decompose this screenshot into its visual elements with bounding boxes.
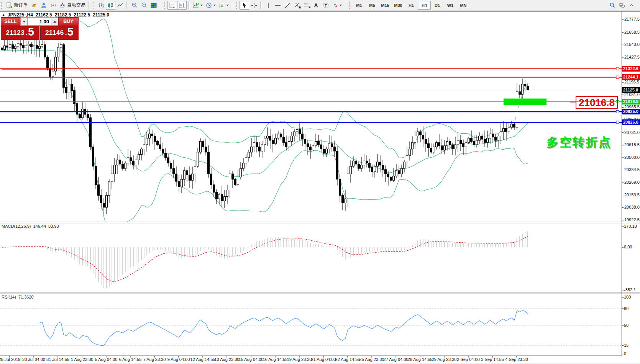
toolbar-grip[interactable] [1, 2, 3, 9]
candlestick-series [1, 35, 529, 214]
price-axis-label: 20615.5 [624, 142, 640, 147]
green-highlight-box[interactable] [504, 99, 546, 105]
periods-button[interactable] [204, 1, 217, 10]
sell-price-main: 21123 [6, 29, 25, 37]
price-line-badge: 20826.8 [622, 119, 640, 125]
main-panel [0, 19, 622, 230]
autotrade-label: 自动交易 [67, 2, 85, 8]
arrow-down-icon [23, 21, 26, 23]
price-line-badge: 21016.8 [622, 99, 640, 104]
fib-e-label: E [299, 6, 301, 9]
bar-high-value: 21182.5 [55, 12, 71, 18]
buy-button[interactable]: BUY [58, 17, 79, 26]
cursor-button[interactable] [240, 1, 249, 10]
gold-icon [31, 2, 37, 8]
bar-chart-button[interactable] [96, 1, 106, 10]
macd-indicator-label: MACD(12,26,9)146.4483.93 [2, 224, 61, 229]
timeframe-MN[interactable]: MN [457, 1, 470, 10]
price-axis-label: 21658.5 [624, 30, 640, 34]
toolbar-right [607, 1, 636, 10]
sell-price-pips: 5 [28, 26, 34, 38]
fibonacci-fan-button[interactable]: F [302, 1, 311, 10]
volume-increase-button[interactable] [51, 17, 58, 26]
current-price-badge: 21125.0 [622, 87, 640, 93]
macd-main-value: 146.44 [33, 224, 46, 229]
toolbar-grip[interactable] [349, 2, 351, 9]
community-icon [41, 2, 47, 8]
toolbar-separator [260, 2, 262, 9]
fib-f-label: F [309, 6, 310, 9]
timeframe-M1[interactable]: M1 [353, 1, 366, 10]
zoom-out-button[interactable] [139, 1, 149, 10]
autotrade-icon [59, 2, 66, 8]
chart-shift-icon [179, 2, 185, 8]
price-line-badge: 20925.0 [622, 109, 640, 114]
webinar-button[interactable] [48, 1, 58, 10]
line-anchor-marker[interactable] [616, 67, 619, 70]
community-button[interactable] [39, 1, 48, 10]
label-tool-button[interactable]: T [321, 1, 330, 10]
tile-windows-icon [151, 2, 157, 8]
vertical-line-button[interactable] [263, 1, 273, 10]
toolbar-grip[interactable] [93, 2, 94, 9]
line-anchor-marker[interactable] [616, 110, 619, 113]
toolbar-overflow-button[interactable] [627, 1, 636, 10]
line-anchor-marker[interactable] [616, 76, 619, 78]
tile-windows-button[interactable] [149, 1, 158, 10]
timeframe-M30[interactable]: M30 [392, 1, 405, 10]
timeframe-W1[interactable]: W1 [444, 1, 457, 10]
line-chart-icon [117, 2, 123, 8]
timeframe-D1[interactable]: D1 [431, 1, 444, 10]
chat-button[interactable] [617, 1, 627, 10]
text-tool-button[interactable]: A [311, 1, 321, 10]
timeframe-M5[interactable]: M5 [366, 1, 379, 10]
horizontal-line-button[interactable] [273, 1, 282, 10]
line-anchor-marker[interactable] [616, 121, 619, 124]
timeframe-group: M1M5M15M30H1H4D1W1MN [353, 1, 470, 10]
toolbar-grip[interactable] [164, 2, 166, 9]
webinar-icon [50, 2, 56, 8]
search-icon [609, 2, 615, 8]
buy-price-main: 21146 [45, 29, 64, 37]
bar-chart-icon [98, 2, 104, 8]
zoom-in-button[interactable] [130, 1, 139, 10]
sell-price-display[interactable]: 21123.5 [1, 26, 40, 40]
line-chart-button[interactable] [115, 1, 125, 10]
price-axis-label: 20500.0 [624, 155, 640, 160]
toolbar-grip[interactable] [236, 2, 238, 9]
rsi-panel [0, 309, 622, 346]
rsi-axis-label: 50 [624, 323, 629, 328]
templates-button[interactable] [217, 1, 230, 10]
volume-decrease-button[interactable] [20, 17, 28, 26]
price-axis-label: 20038.0 [624, 205, 640, 209]
buy-price-display[interactable]: 21146.5 [40, 26, 79, 40]
timeframe-H1[interactable]: H1 [405, 1, 418, 10]
shapes-button[interactable] [330, 1, 343, 10]
autotrade-button[interactable]: 自动交易 [58, 1, 87, 10]
turning-point-annotation[interactable]: 多空转折点 [546, 134, 612, 150]
search-button[interactable] [607, 1, 617, 10]
autoscroll-button[interactable] [167, 1, 177, 10]
chart-shift-button[interactable] [177, 1, 187, 10]
indicators-button[interactable] [191, 1, 204, 10]
candlestick-chart-button[interactable] [106, 1, 115, 10]
price-annotation-box[interactable]: 21016.8 [576, 96, 618, 109]
volume-input[interactable] [28, 17, 51, 26]
price-line-badge: 21322.6 [622, 66, 640, 72]
cursor-icon [241, 2, 248, 8]
sell-button[interactable]: SELL [1, 17, 20, 26]
trendline-icon [284, 2, 290, 8]
timeframe-M15[interactable]: M15 [379, 1, 392, 10]
crosshair-button[interactable] [249, 1, 259, 10]
fibonacci-button[interactable]: E [292, 1, 302, 10]
new-order-button[interactable]: 新订单 [5, 1, 29, 10]
rsi-axis-label: 80 [624, 306, 629, 311]
time-axis-label: 4 Sep 23:30 [501, 357, 533, 362]
gold-button[interactable] [29, 1, 39, 10]
arrow-up-icon [53, 21, 56, 23]
timeframe-H4[interactable]: H4 [418, 1, 431, 10]
trendline-button[interactable] [282, 1, 292, 10]
price-axis-label: 20384.5 [624, 167, 640, 172]
new-order-label: 新订单 [14, 2, 28, 8]
template-icon [219, 2, 225, 8]
